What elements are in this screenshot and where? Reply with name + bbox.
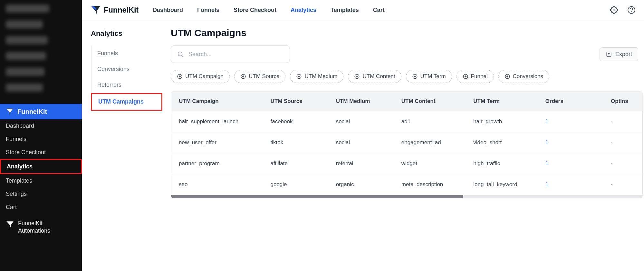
filter-pill-funnel[interactable]: Funnel — [457, 70, 494, 83]
wp-sidebar-item-analytics[interactable]: Analytics — [0, 159, 82, 174]
topnav-item-dashboard[interactable]: Dashboard — [153, 7, 183, 14]
orders-link[interactable]: 1 — [545, 160, 548, 166]
svg-point-2 — [631, 12, 631, 12]
table-cell: hair_supplement_launch — [171, 111, 263, 132]
brand-text: FunnelKit — [104, 5, 139, 15]
table-row: seogoogleorganicmeta_descriptionlong_tai… — [171, 174, 642, 195]
wp-sidebar-item-dashboard[interactable]: Dashboard — [0, 119, 82, 133]
topnav-item-analytics[interactable]: Analytics — [291, 7, 316, 14]
wp-admin-sidebar: FunnelKit DashboardFunnelsStore Checkout… — [0, 0, 82, 271]
topbar: FunnelKit DashboardFunnelsStore Checkout… — [82, 0, 644, 20]
gear-icon[interactable] — [610, 6, 618, 14]
wp-sidebar-item-funnels[interactable]: Funnels — [0, 133, 82, 146]
table-header-optins: Optins — [603, 92, 642, 111]
funnelkit-automations-icon — [6, 220, 14, 229]
horizontal-scrollbar[interactable] — [171, 195, 642, 198]
plus-circle-icon — [412, 74, 418, 79]
filter-pill-utm-source[interactable]: UTM Source — [234, 70, 285, 83]
sub-sidebar-item-utm-campaigns[interactable]: UTM Campaigns — [91, 93, 162, 111]
wp-sidebar-item-templates[interactable]: Templates — [0, 174, 82, 187]
table-cell: hair_growth — [466, 111, 538, 132]
sub-sidebar-item-funnels[interactable]: Funnels — [91, 45, 162, 61]
table-header-utm-medium: UTM Medium — [328, 92, 394, 111]
table-cell: social — [328, 132, 394, 153]
plus-circle-icon — [296, 74, 302, 79]
table-cell-orders: 1 — [538, 153, 603, 174]
table-header-utm-source: UTM Source — [263, 92, 328, 111]
svg-line-4 — [182, 55, 183, 57]
svg-point-3 — [178, 52, 182, 56]
table-cell: engagement_ad — [394, 132, 466, 153]
table-header-utm-content: UTM Content — [394, 92, 466, 111]
table-cell-optins: - — [603, 174, 642, 195]
table-cell-optins: - — [603, 132, 642, 153]
table-cell: long_tail_keyword — [466, 174, 538, 195]
orders-link[interactable]: 1 — [545, 139, 548, 146]
filter-pill-utm-campaign[interactable]: UTM Campaign — [171, 70, 230, 83]
orders-link[interactable]: 1 — [545, 118, 548, 125]
topnav-item-templates[interactable]: Templates — [331, 7, 359, 14]
top-navigation: DashboardFunnelsStore CheckoutAnalyticsT… — [153, 7, 385, 14]
export-button[interactable]: Export — [600, 47, 638, 61]
table-cell: new_user_offer — [171, 132, 263, 153]
sub-sidebar-item-referrers[interactable]: Referrers — [91, 77, 162, 93]
brand-logo[interactable]: FunnelKit — [90, 5, 139, 15]
table-cell: video_short — [466, 132, 538, 153]
table-cell: tiktok — [263, 132, 328, 153]
table-row: new_user_offertiktoksocialengagement_adv… — [171, 132, 642, 153]
plus-circle-icon — [240, 74, 246, 79]
topnav-item-cart[interactable]: Cart — [373, 7, 385, 14]
plus-circle-icon — [177, 74, 183, 79]
filter-pill-utm-content[interactable]: UTM Content — [348, 70, 401, 83]
horizontal-scrollbar-thumb[interactable] — [171, 195, 463, 198]
funnelkit-glyph-icon — [6, 108, 14, 115]
help-icon[interactable] — [627, 6, 636, 14]
topnav-item-funnels[interactable]: Funnels — [197, 7, 219, 14]
topnav-item-store-checkout[interactable]: Store Checkout — [234, 7, 276, 14]
filter-pill-utm-term[interactable]: UTM Term — [406, 70, 452, 83]
plus-circle-icon — [463, 74, 468, 79]
table-cell: ad1 — [394, 111, 466, 132]
page-content: UTM Campaigns Export UTM CampaignUTM Sou… — [162, 20, 644, 271]
table-cell: facebook — [263, 111, 328, 132]
table-cell: social — [328, 111, 394, 132]
orders-link[interactable]: 1 — [545, 181, 548, 187]
content-row: Analytics FunnelsConversionsReferrersUTM… — [82, 20, 644, 271]
table-cell: meta_description — [394, 174, 466, 195]
table-header-utm-campaign: UTM Campaign — [171, 92, 263, 111]
main-area: FunnelKit DashboardFunnelsStore Checkout… — [82, 0, 644, 271]
wp-sidebar-funnelkit-automations[interactable]: FunnelKit Automations — [0, 214, 82, 239]
search-icon — [177, 51, 184, 58]
table-row: partner_programaffiliatereferralwidgethi… — [171, 153, 642, 174]
table-header-utm-term: UTM Term — [466, 92, 538, 111]
wp-sidebar-blurred-top — [0, 0, 82, 104]
table-cell: organic — [328, 174, 394, 195]
wp-sidebar-item-settings[interactable]: Settings — [0, 187, 82, 201]
plus-circle-icon — [505, 74, 510, 79]
svg-point-1 — [628, 6, 635, 14]
table-cell: affiliate — [263, 153, 328, 174]
table-cell: high_traffic — [466, 153, 538, 174]
table-cell: widget — [394, 153, 466, 174]
page-title: UTM Campaigns — [171, 27, 644, 38]
table-cell-orders: 1 — [538, 174, 603, 195]
sub-sidebar-item-conversions[interactable]: Conversions — [91, 61, 162, 77]
wp-sidebar-item-store-checkout[interactable]: Store Checkout — [0, 146, 82, 159]
export-icon — [606, 51, 612, 57]
table-cell-orders: 1 — [538, 111, 603, 132]
svg-point-0 — [613, 9, 615, 11]
filter-pill-utm-medium[interactable]: UTM Medium — [290, 70, 343, 83]
filter-pill-conversions[interactable]: Conversions — [498, 70, 550, 83]
utm-table: UTM CampaignUTM SourceUTM MediumUTM Cont… — [171, 92, 642, 195]
table-cell-optins: - — [603, 111, 642, 132]
search-input[interactable] — [188, 51, 284, 58]
wp-sidebar-automations-label: FunnelKit Automations — [18, 220, 76, 235]
analytics-sub-sidebar: Analytics FunnelsConversionsReferrersUTM… — [82, 20, 162, 271]
table-cell: referral — [328, 153, 394, 174]
table-cell: seo — [171, 174, 263, 195]
sub-sidebar-title: Analytics — [91, 29, 162, 38]
search-box[interactable] — [171, 45, 290, 63]
wp-sidebar-funnelkit[interactable]: FunnelKit — [0, 104, 82, 119]
table-header-orders: Orders — [538, 92, 603, 111]
wp-sidebar-item-cart[interactable]: Cart — [0, 201, 82, 214]
